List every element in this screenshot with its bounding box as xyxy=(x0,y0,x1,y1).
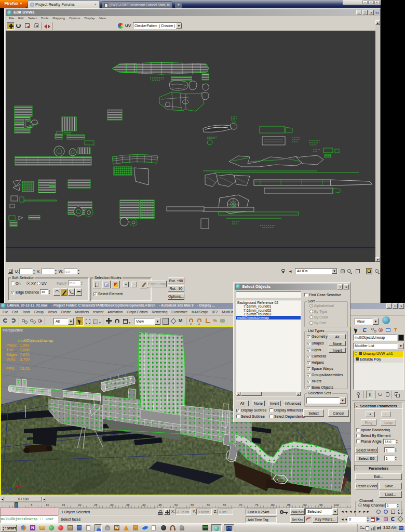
svg-text:x: x xyxy=(22,484,24,488)
svg-text:7,086: 7,086 xyxy=(20,348,30,352)
svg-text:Polys:: Polys: xyxy=(6,343,17,348)
svg-text:1,941: 1,941 xyxy=(20,343,30,348)
svg-text:Perspective: Perspective xyxy=(3,328,23,332)
svg-text:13.03: 13.03 xyxy=(20,366,30,371)
svg-text:multiObjectsUnwrap: multiObjectsUnwrap xyxy=(18,338,53,343)
svg-text:FPS:: FPS: xyxy=(6,366,15,371)
svg-text:7,670: 7,670 xyxy=(20,352,30,357)
svg-text:Verts:: Verts: xyxy=(6,357,16,362)
svg-text:y: y xyxy=(17,477,19,481)
svg-text:3,709: 3,709 xyxy=(20,357,30,362)
svg-text:Edges:: Edges: xyxy=(6,352,18,357)
svg-text:Tris:: Tris: xyxy=(6,348,14,352)
